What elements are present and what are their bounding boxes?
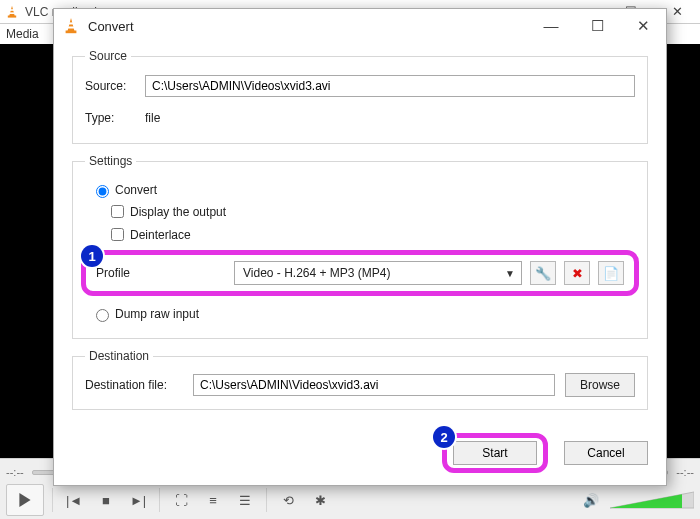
destination-label: Destination file: [85,378,183,392]
time-remaining: --:-- [676,466,694,478]
dialog-close-button[interactable]: ✕ [620,9,666,43]
edit-profile-button[interactable]: 🔧 [530,261,556,285]
vlc-cone-icon [62,17,80,35]
time-elapsed: --:-- [6,466,24,478]
deinterlace-checkbox[interactable]: Deinterlace [107,225,635,244]
svg-rect-2 [10,9,14,11]
stop-button[interactable]: ■ [93,486,119,514]
annotation-badge-2: 2 [433,426,455,448]
vlc-cone-icon [5,5,19,19]
svg-rect-1 [8,15,16,17]
next-button[interactable]: ►| [125,486,151,514]
destination-legend: Destination [85,349,153,363]
dialog-titlebar: Convert — ☐ ✕ [54,9,666,43]
settings-legend: Settings [85,154,136,168]
type-label: Type: [85,111,145,125]
new-profile-icon: 📄 [603,266,619,281]
dialog-maximize-button[interactable]: ☐ [574,9,620,43]
play-button[interactable] [6,484,44,516]
svg-rect-8 [66,31,77,34]
browse-button[interactable]: Browse [565,373,635,397]
deinterlace-checkbox-input[interactable] [111,228,124,241]
dump-raw-label: Dump raw input [115,307,199,321]
svg-rect-10 [68,26,75,28]
profile-select[interactable]: Video - H.264 + MP3 (MP4) ▼ [234,261,522,285]
chevron-down-icon: ▼ [505,268,515,279]
mute-button[interactable]: 🔊 [578,486,604,514]
convert-radio-label: Convert [115,183,157,197]
type-value: file [145,111,160,125]
wrench-icon: 🔧 [535,266,551,281]
deinterlace-label: Deinterlace [130,228,191,242]
start-button[interactable]: Start [453,441,537,465]
annotation-frame-2: 2 Start [442,433,548,473]
source-legend: Source [85,49,131,63]
svg-rect-3 [9,12,14,14]
destination-group: Destination Destination file: Browse [72,349,648,410]
destination-input[interactable] [193,374,555,396]
prev-button[interactable]: |◄ [61,486,87,514]
dialog-footer: 2 Start Cancel [442,433,648,473]
source-label: Source: [85,79,145,93]
dialog-title: Convert [88,19,134,34]
annotation-frame-1: 1 Profile Video - H.264 + MP3 (MP4) ▼ 🔧 … [81,250,639,296]
dialog-minimize-button[interactable]: — [528,9,574,43]
menu-media[interactable]: Media [6,27,39,41]
new-profile-button[interactable]: 📄 [598,261,624,285]
cancel-button[interactable]: Cancel [564,441,648,465]
convert-radio-input[interactable] [96,185,109,198]
display-output-label: Display the output [130,205,226,219]
dump-raw-radio-input[interactable] [96,309,109,322]
fullscreen-button[interactable]: ⛶ [168,486,194,514]
svg-rect-9 [68,22,73,24]
delete-profile-button[interactable]: ✖ [564,261,590,285]
convert-dialog: Convert — ☐ ✕ Source Source: Type: file … [53,8,667,486]
profile-value: Video - H.264 + MP3 (MP4) [243,266,391,280]
volume-slider[interactable] [610,490,694,510]
loop-button[interactable]: ⟲ [275,486,301,514]
svg-marker-4 [19,493,30,507]
convert-radio[interactable]: Convert [91,182,635,198]
display-output-checkbox[interactable]: Display the output [107,202,635,221]
source-group: Source Source: Type: file [72,49,648,144]
ext-settings-button[interactable]: ≡ [200,486,226,514]
svg-marker-7 [67,18,74,32]
shuffle-button[interactable]: ✱ [307,486,333,514]
delete-icon: ✖ [572,266,583,281]
display-output-checkbox-input[interactable] [111,205,124,218]
annotation-badge-1: 1 [81,245,103,267]
svg-marker-0 [9,5,15,16]
profile-label: Profile [96,266,226,280]
dump-raw-radio[interactable]: Dump raw input [91,306,635,322]
source-input[interactable] [145,75,635,97]
settings-group: Settings Convert Display the output Dein… [72,154,648,339]
playlist-button[interactable]: ☰ [232,486,258,514]
